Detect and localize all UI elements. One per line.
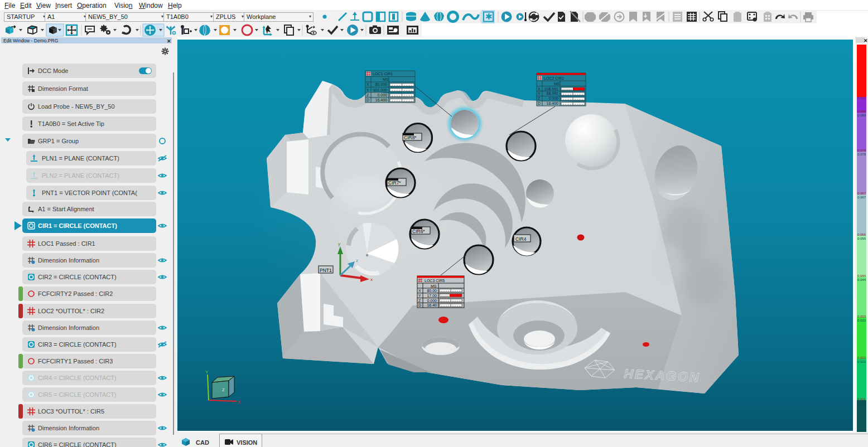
svg-text:y: y bbox=[338, 241, 340, 246]
svg-text:0.089: 0.089 bbox=[857, 114, 866, 117]
svg-text:LOC1 CIR1: LOC1 CIR1 bbox=[373, 72, 393, 76]
svg-text:17.00: 17.00 bbox=[427, 294, 437, 298]
svg-text:Z: Z bbox=[367, 93, 369, 97]
svg-text:0.033: 0.033 bbox=[857, 315, 866, 318]
svg-text:X: X bbox=[238, 400, 241, 405]
svg-text:101.000: 101.000 bbox=[373, 88, 387, 92]
svg-text:0.056: 0.056 bbox=[857, 233, 866, 236]
svg-text:0.011: 0.011 bbox=[857, 397, 866, 401]
svg-text:0.000: 0.000 bbox=[427, 299, 437, 303]
svg-text:Y: Y bbox=[538, 91, 541, 95]
svg-text:PNT1: PNT1 bbox=[320, 268, 332, 273]
svg-text:80.00: 80.00 bbox=[427, 289, 437, 293]
svg-text:Z: Z bbox=[222, 387, 225, 392]
svg-text:MS: MS bbox=[431, 284, 437, 288]
svg-text:Z: Z bbox=[418, 299, 421, 303]
svg-text:D: D bbox=[538, 101, 541, 105]
svg-text:✱: ✱ bbox=[485, 12, 493, 21]
svg-text:16.40: 16.40 bbox=[427, 303, 437, 307]
svg-text:LOC2 CIR2: LOC2 CIR2 bbox=[544, 76, 564, 80]
svg-text:CIR6*: CIR6* bbox=[412, 229, 425, 234]
svg-text:108.991: 108.991 bbox=[544, 87, 558, 91]
svg-text:0.089: 0.089 bbox=[857, 110, 866, 113]
svg-text:0.000: 0.000 bbox=[377, 93, 387, 97]
svg-text:0.044: 0.044 bbox=[857, 274, 866, 278]
svg-text:Z: Z bbox=[538, 96, 541, 100]
svg-text:CIR7*: CIR7* bbox=[388, 180, 401, 186]
svg-text:0.078: 0.078 bbox=[857, 153, 866, 156]
svg-text:0.067: 0.067 bbox=[857, 192, 866, 195]
svg-text:X: X bbox=[538, 87, 541, 91]
svg-text:88.991: 88.991 bbox=[547, 91, 559, 95]
svg-text:0.000: 0.000 bbox=[548, 96, 558, 100]
svg-text:Y: Y bbox=[418, 294, 421, 298]
svg-text:0.078: 0.078 bbox=[857, 149, 866, 152]
svg-text:80.000: 80.000 bbox=[375, 82, 388, 86]
svg-text:CIR8*: CIR8* bbox=[404, 135, 417, 140]
svg-text:16.400: 16.400 bbox=[547, 101, 559, 105]
svg-text:0.067: 0.067 bbox=[857, 196, 866, 199]
svg-text:0.022: 0.022 bbox=[857, 360, 866, 363]
svg-text:X: X bbox=[367, 82, 369, 86]
svg-text:0.044: 0.044 bbox=[857, 278, 866, 281]
svg-text:✕: ✕ bbox=[864, 38, 868, 43]
svg-text:0.022: 0.022 bbox=[857, 356, 866, 359]
svg-text:Y: Y bbox=[367, 88, 369, 92]
svg-text:z: z bbox=[356, 258, 358, 263]
svg-text:D: D bbox=[367, 98, 369, 102]
svg-text:LOC3 CIR5: LOC3 CIR5 bbox=[425, 279, 445, 283]
svg-text:0.100: 0.100 bbox=[857, 96, 866, 100]
svg-text:Y: Y bbox=[205, 370, 209, 375]
svg-text:16.400: 16.400 bbox=[375, 98, 388, 102]
svg-text:0.011: 0.011 bbox=[857, 401, 866, 405]
svg-text:0.056: 0.056 bbox=[857, 237, 866, 240]
svg-text:MS: MS bbox=[554, 82, 560, 86]
svg-text:x: x bbox=[370, 277, 373, 282]
svg-text:0.033: 0.033 bbox=[857, 319, 866, 322]
svg-text:CIR4: CIR4 bbox=[515, 236, 527, 242]
svg-text:MS: MS bbox=[383, 77, 389, 81]
svg-text:X: X bbox=[418, 289, 421, 293]
svg-text:D: D bbox=[418, 303, 421, 307]
